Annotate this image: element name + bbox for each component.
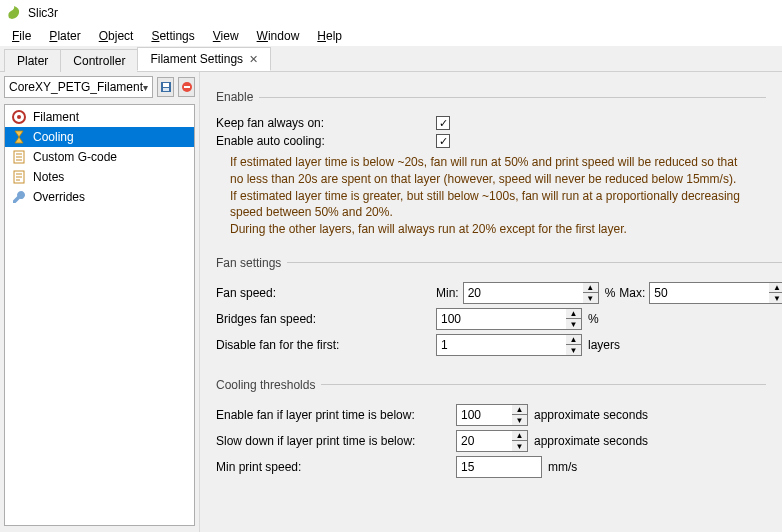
menubar: File Plater Object Settings View Window …	[0, 26, 782, 46]
menu-settings[interactable]: Settings	[143, 27, 202, 45]
slow-threshold-unit: approximate seconds	[534, 434, 648, 448]
svg-rect-4	[184, 86, 190, 88]
bridges-fan-label: Bridges fan speed:	[216, 312, 436, 326]
app-icon	[6, 5, 22, 21]
spin-up-icon[interactable]: ▲	[512, 431, 527, 442]
min-print-speed-unit: mm/s	[548, 460, 577, 474]
spin-down-icon[interactable]: ▼	[769, 293, 782, 303]
disable-first-unit: layers	[588, 338, 620, 352]
tab-filament-settings[interactable]: Filament Settings ✕	[137, 47, 271, 71]
menu-view[interactable]: View	[205, 27, 247, 45]
settings-tree: Filament Cooling Custom G-code Notes Ove…	[4, 104, 195, 526]
min-label: Min:	[436, 286, 459, 300]
fan-min-input[interactable]	[463, 282, 583, 304]
menu-window[interactable]: Window	[249, 27, 308, 45]
enable-group: Enable Keep fan always on: Enable auto c…	[216, 90, 766, 238]
cooling-thresholds-group: Cooling thresholds Enable fan if layer p…	[216, 378, 766, 482]
preset-select[interactable]: CoreXY_PETG_Filament ▾	[4, 76, 153, 98]
spin-down-icon[interactable]: ▼	[583, 293, 598, 303]
slow-threshold-input[interactable]	[456, 430, 512, 452]
enable-fan-threshold-input[interactable]	[456, 404, 512, 426]
tab-filament-label: Filament Settings	[150, 52, 243, 66]
delete-preset-button[interactable]	[178, 77, 195, 97]
disable-first-input[interactable]	[436, 334, 566, 356]
min-print-speed-input[interactable]	[456, 456, 542, 478]
auto-cooling-checkbox[interactable]	[436, 134, 450, 148]
fan-min-unit: %	[605, 286, 616, 300]
tree-item-label: Notes	[33, 170, 64, 184]
app-title: Slic3r	[28, 6, 58, 20]
bridges-fan-unit: %	[588, 312, 599, 326]
tree-item-notes[interactable]: Notes	[5, 167, 194, 187]
wrench-icon	[11, 189, 27, 205]
keep-fan-checkbox[interactable]	[436, 116, 450, 130]
spin-down-icon[interactable]: ▼	[512, 415, 527, 425]
save-preset-button[interactable]	[157, 77, 174, 97]
note-icon	[11, 149, 27, 165]
enable-fan-threshold-unit: approximate seconds	[534, 408, 648, 422]
bridges-fan-input[interactable]	[436, 308, 566, 330]
enable-legend: Enable	[216, 90, 259, 104]
menu-object[interactable]: Object	[91, 27, 142, 45]
tab-controller[interactable]: Controller	[60, 49, 138, 72]
close-icon[interactable]: ✕	[249, 53, 258, 66]
cooling-thresholds-legend: Cooling thresholds	[216, 378, 321, 392]
auto-cooling-label: Enable auto cooling:	[216, 134, 436, 148]
spin-down-icon[interactable]: ▼	[566, 319, 581, 329]
fan-speed-label: Fan speed:	[216, 286, 436, 300]
cooling-description-2: If estimated layer time is greater, but …	[230, 188, 750, 222]
preset-name: CoreXY_PETG_Filament	[9, 80, 143, 94]
fan-max-input[interactable]	[649, 282, 769, 304]
disable-first-label: Disable fan for the first:	[216, 338, 436, 352]
svg-rect-2	[163, 88, 169, 91]
notes-icon	[11, 169, 27, 185]
titlebar: Slic3r	[0, 0, 782, 26]
cooling-description-3: During the other layers, fan will always…	[230, 221, 750, 238]
spin-up-icon[interactable]: ▲	[769, 283, 782, 294]
tree-item-cooling[interactable]: Cooling	[5, 127, 194, 147]
tree-item-overrides[interactable]: Overrides	[5, 187, 194, 207]
enable-fan-threshold-label: Enable fan if layer print time is below:	[216, 408, 456, 422]
content: Enable Keep fan always on: Enable auto c…	[200, 72, 782, 532]
chevron-down-icon: ▾	[143, 82, 148, 93]
min-print-speed-label: Min print speed:	[216, 460, 456, 474]
tree-item-label: Filament	[33, 110, 79, 124]
svg-point-6	[17, 115, 21, 119]
spin-up-icon[interactable]: ▲	[566, 335, 581, 346]
cooling-description-1: If estimated layer time is below ~20s, f…	[230, 154, 750, 188]
spin-down-icon[interactable]: ▼	[512, 441, 527, 451]
tab-plater[interactable]: Plater	[4, 49, 61, 72]
hourglass-icon	[11, 129, 27, 145]
tabbar: Plater Controller Filament Settings ✕	[0, 46, 782, 72]
fan-settings-group: Fan settings Fan speed: Min: ▲▼ % Max: ▲…	[216, 256, 782, 360]
tree-item-gcode[interactable]: Custom G-code	[5, 147, 194, 167]
spool-icon	[11, 109, 27, 125]
menu-file[interactable]: File	[4, 27, 39, 45]
tree-item-label: Cooling	[33, 130, 74, 144]
spin-up-icon[interactable]: ▲	[583, 283, 598, 294]
tree-item-label: Overrides	[33, 190, 85, 204]
max-label: Max:	[619, 286, 645, 300]
fan-settings-legend: Fan settings	[216, 256, 287, 270]
tab-plater-label: Plater	[17, 54, 48, 68]
sidebar: CoreXY_PETG_Filament ▾ Filament Cooling …	[0, 72, 200, 532]
keep-fan-label: Keep fan always on:	[216, 116, 436, 130]
menu-help[interactable]: Help	[309, 27, 350, 45]
spin-up-icon[interactable]: ▲	[512, 405, 527, 416]
spin-up-icon[interactable]: ▲	[566, 309, 581, 320]
menu-plater[interactable]: Plater	[41, 27, 88, 45]
tree-item-filament[interactable]: Filament	[5, 107, 194, 127]
slow-threshold-label: Slow down if layer print time is below:	[216, 434, 456, 448]
svg-rect-1	[163, 83, 169, 87]
tab-controller-label: Controller	[73, 54, 125, 68]
tree-item-label: Custom G-code	[33, 150, 117, 164]
spin-down-icon[interactable]: ▼	[566, 345, 581, 355]
